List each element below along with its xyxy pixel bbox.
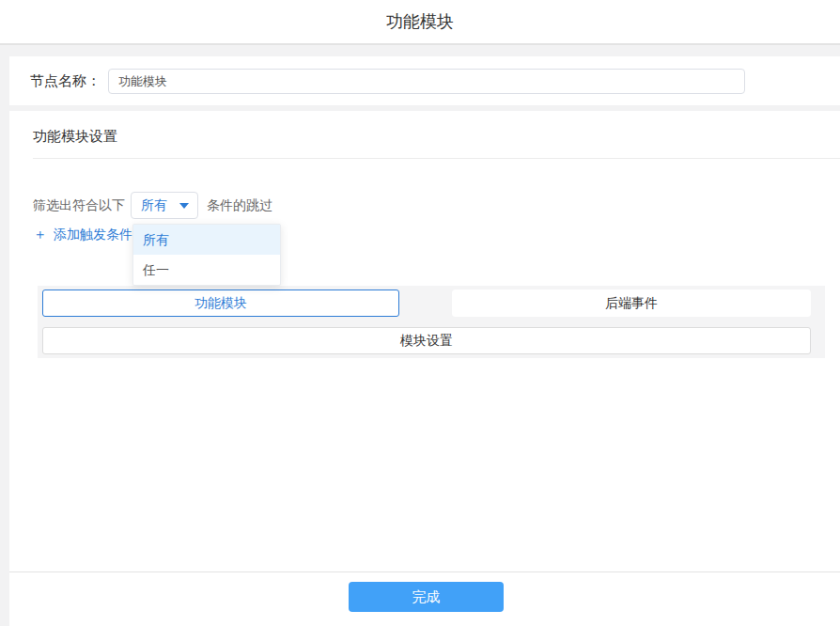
section-divider [33, 158, 840, 159]
dialog-title: 功能模块 [0, 0, 840, 45]
settings-panel: 功能模块设置 筛选出符合以下 所有 条件的跳过 ＋ 添加触发条件 所有 任一 功… [9, 111, 840, 626]
condition-match-dropdown: 所有 任一 [132, 224, 281, 286]
plus-icon: ＋ [33, 226, 47, 243]
node-name-panel: 节点名称： [9, 56, 840, 105]
condition-match-selected-value: 所有 [141, 193, 167, 218]
module-type-tabs: 功能模块 后端事件 模块设置 [38, 286, 825, 358]
add-trigger-condition-label: 添加触发条件 [54, 227, 132, 243]
module-config-dialog: 功能模块 节点名称： 功能模块设置 筛选出符合以下 所有 条件的跳过 ＋ 添加触… [0, 0, 840, 626]
done-button[interactable]: 完成 [349, 582, 504, 612]
node-name-input[interactable] [108, 69, 745, 94]
condition-match-select[interactable]: 所有 [131, 192, 198, 219]
filter-prefix-text: 筛选出符合以下 [33, 197, 125, 214]
footer-divider [9, 571, 840, 572]
add-trigger-condition-link[interactable]: ＋ 添加触发条件 [33, 226, 132, 243]
tab-function-module[interactable]: 功能模块 [42, 290, 399, 317]
dropdown-option-all[interactable]: 所有 [133, 225, 280, 255]
settings-section-title: 功能模块设置 [33, 128, 117, 146]
chevron-down-icon [179, 203, 189, 209]
filter-suffix-text: 条件的跳过 [207, 197, 272, 214]
tab-backend-event[interactable]: 后端事件 [452, 290, 811, 317]
node-name-label: 节点名称： [30, 56, 101, 105]
dialog-header: 功能模块 [0, 0, 840, 45]
dropdown-option-any[interactable]: 任一 [133, 255, 280, 285]
filter-condition-row: 筛选出符合以下 所有 条件的跳过 [33, 192, 272, 219]
module-settings-button[interactable]: 模块设置 [42, 327, 811, 354]
